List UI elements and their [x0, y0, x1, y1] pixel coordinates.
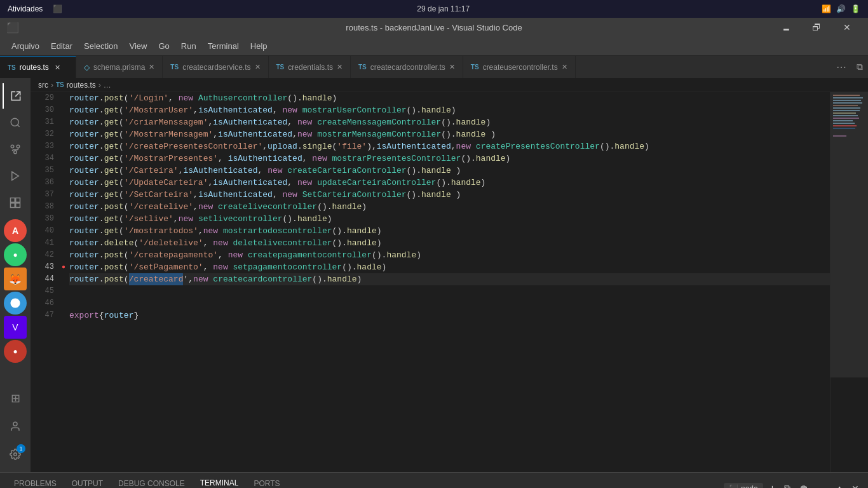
menu-selection[interactable]: Selection — [79, 39, 123, 53]
os-system-icons: 📶🔊🔋 — [822, 4, 860, 13]
code-line-32: router.get('/MostrarMensagem',isAuthenti… — [69, 128, 830, 140]
tab-ports[interactable]: PORTS — [246, 472, 287, 488]
code-line-47: export{router} — [69, 309, 830, 322]
run-debug-icon[interactable] — [3, 163, 28, 189]
tab-routes-ts[interactable]: TS routes.ts ✕ — [0, 56, 76, 78]
line-num-37: 37 — [31, 189, 54, 201]
svg-point-9 — [13, 422, 17, 426]
os-title-bar: Atividades ⬛ 29 de jan 11:17 📶🔊🔋 — [0, 0, 868, 18]
line-num-43: 43 — [31, 261, 54, 273]
tab-createcard-close[interactable]: ✕ — [255, 63, 261, 71]
explorer-icon[interactable] — [3, 83, 28, 109]
line-numbers: 29 30 31 32 33 34 35 36 37 38 39 40 41 4… — [31, 92, 59, 472]
app-icon-6[interactable]: ● — [4, 340, 27, 363]
line-num-32: 32 — [31, 128, 54, 140]
svg-marker-4 — [12, 172, 19, 180]
terminal-close-panel-button[interactable]: ✕ — [849, 484, 862, 489]
tab-createuserctrl-label: createusercontroller.ts — [483, 63, 558, 72]
tab-debug-console[interactable]: DEBUG CONSOLE — [111, 472, 193, 488]
os-clock: 29 de jan 11:17 — [417, 4, 470, 13]
line-num-36: 36 — [31, 177, 54, 189]
menu-file[interactable]: Arquivo — [6, 39, 44, 53]
menu-view[interactable]: View — [125, 39, 153, 53]
terminal-more-button[interactable]: ⋯ — [815, 482, 830, 488]
breadcrumb-routes[interactable]: routes.ts — [67, 81, 96, 90]
menu-edit[interactable]: Editar — [46, 39, 78, 53]
menu-terminal[interactable]: Terminal — [203, 39, 244, 53]
grid-icon[interactable]: ⊞ — [3, 386, 28, 411]
close-button[interactable]: ✕ — [832, 18, 862, 37]
code-line-44: router.post(/createcard',new createcardc… — [69, 273, 830, 285]
settings-badge: 1 — [17, 444, 25, 453]
breadcrumb-ellipsis[interactable]: … — [104, 81, 111, 90]
extensions-icon[interactable] — [3, 190, 28, 215]
terminal-split-button[interactable]: ⧉ — [782, 483, 793, 488]
menu-run[interactable]: Run — [176, 39, 201, 53]
line-num-35: 35 — [31, 165, 54, 177]
split-editor-button[interactable]: ⧉ — [851, 56, 868, 78]
svg-point-3 — [17, 145, 20, 148]
tab-schema-label: schema.prisma — [93, 63, 145, 72]
code-line-33: router.get('/createPresentesController',… — [69, 140, 830, 152]
code-line-41: router.delete('/deletelive', new deletel… — [69, 237, 830, 249]
tab-routes-close[interactable]: ✕ — [53, 62, 63, 72]
minimap — [830, 92, 868, 472]
minimize-button[interactable]: 🗕 — [771, 18, 801, 37]
tab-createuserctrl-close[interactable]: ✕ — [562, 63, 567, 71]
accounts-icon[interactable] — [3, 414, 28, 439]
os-activities[interactable]: Atividades — [8, 4, 43, 13]
tab-schema-prisma[interactable]: ◇ schema.prisma ✕ — [76, 56, 163, 78]
tab-schema-close[interactable]: ✕ — [149, 63, 154, 71]
main-content-area: A ● 🦊 V ● ⊞ 1 — [0, 78, 868, 472]
code-line-45 — [69, 285, 830, 297]
terminal-node-label: ⬛ node — [724, 483, 763, 489]
tab-ts-icon: TS — [8, 64, 16, 71]
app-icon-4[interactable] — [4, 292, 27, 315]
tab-output[interactable]: OUTPUT — [64, 472, 111, 488]
app-icon-3[interactable]: 🦊 — [4, 268, 27, 290]
line-num-44: 44 — [31, 273, 54, 285]
settings-icon[interactable]: 1 — [3, 442, 28, 467]
code-line-38: router.post('/createlive',new createlive… — [69, 201, 830, 213]
tab-credentials[interactable]: TS credentials.ts ✕ — [269, 56, 351, 78]
tab-createusercontroller[interactable]: TS createusercontroller.ts ✕ — [463, 56, 576, 78]
maximize-button[interactable]: 🗗 — [802, 18, 831, 37]
tab-createcardctrl-close[interactable]: ✕ — [449, 63, 455, 71]
code-line-31: router.get('/criarMenssagem',isAuthentic… — [69, 116, 830, 128]
window-control-buttons[interactable]: 🗕 🗗 ✕ — [771, 18, 862, 37]
code-line-30: router.get('/MostrarUser',isAuthenticate… — [69, 104, 830, 116]
code-view: 29 30 31 32 33 34 35 36 37 38 39 40 41 4… — [31, 92, 830, 472]
tab-terminal[interactable]: TERMINAL — [193, 472, 247, 488]
breadcrumb-sep2: › — [98, 81, 101, 90]
panel-actions: ⬛ node + ⧉ 🗑 ⋯ ∧ ✕ — [724, 482, 862, 488]
terminal-add-button[interactable]: + — [767, 483, 778, 489]
code-line-34: router.get('/MostrarPresentes', isAuthen… — [69, 152, 830, 165]
menu-help[interactable]: Help — [245, 39, 273, 53]
svg-point-1 — [14, 151, 17, 154]
line-num-38: 38 — [31, 201, 54, 213]
app-icon-2[interactable]: ● — [4, 243, 27, 266]
tab-more-button[interactable]: ⋯ — [831, 56, 851, 78]
tab-createcardcontroller[interactable]: TS createcardcontroller.ts ✕ — [351, 56, 463, 78]
app-icon-1[interactable]: A — [4, 219, 27, 242]
app-icon-5[interactable]: V — [4, 316, 27, 339]
code-line-35: router.get('/Carteira',isAuthenticated, … — [69, 165, 830, 177]
breadcrumb: src › TS routes.ts › … — [31, 78, 868, 92]
line-num-46: 46 — [31, 297, 54, 309]
line-num-40: 40 — [31, 225, 54, 237]
terminal-delete-button[interactable]: 🗑 — [797, 484, 811, 489]
search-icon[interactable] — [3, 110, 28, 135]
tab-credentials-close[interactable]: ✕ — [337, 63, 342, 71]
tab-createcardservice[interactable]: TS createcardservice.ts ✕ — [163, 56, 268, 78]
menu-go[interactable]: Go — [153, 39, 174, 53]
tab-problems[interactable]: PROBLEMS — [6, 472, 64, 488]
source-control-icon[interactable] — [3, 137, 28, 162]
tab-ts2-icon: TS — [170, 64, 179, 71]
tab-bar: TS routes.ts ✕ ◇ schema.prisma ✕ TS crea… — [0, 56, 868, 78]
breadcrumb-sep1: › — [51, 81, 53, 90]
terminal-chevron-up-button[interactable]: ∧ — [834, 484, 845, 489]
tab-ts4-icon: TS — [358, 64, 367, 71]
breadcrumb-src[interactable]: src — [38, 81, 48, 90]
tab-prisma-icon: ◇ — [84, 63, 90, 72]
svg-point-10 — [14, 453, 17, 456]
